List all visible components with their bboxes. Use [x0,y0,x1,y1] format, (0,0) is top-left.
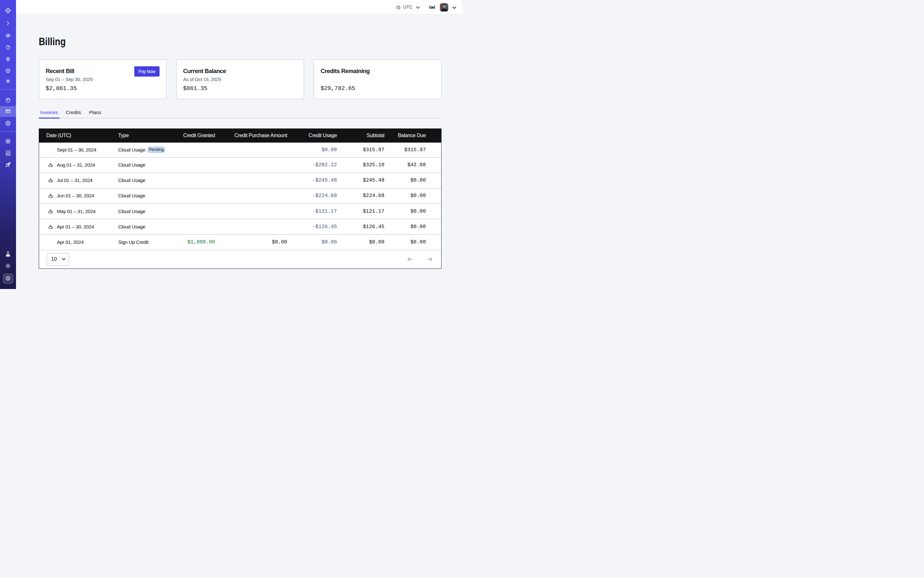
svg-text:$: $ [7,277,9,280]
